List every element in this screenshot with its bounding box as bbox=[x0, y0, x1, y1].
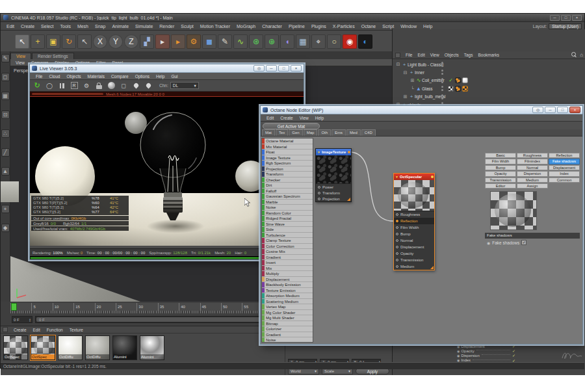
node-type-item[interactable]: Noise bbox=[262, 205, 313, 211]
collapse-icon[interactable]: ▼ bbox=[395, 175, 398, 179]
channel-dropdown[interactable]: DL ▾ bbox=[170, 82, 199, 89]
panel-icon[interactable] bbox=[3, 327, 8, 332]
make-editable-icon[interactable]: ✎ bbox=[1, 54, 10, 62]
render-picture-viewer-icon[interactable]: ▸ bbox=[171, 34, 185, 49]
pick-focus-pin-icon[interactable] bbox=[145, 83, 151, 89]
input-port-row[interactable]: Power bbox=[316, 184, 351, 190]
node-type-item[interactable]: Multiply bbox=[262, 271, 313, 277]
channel-button[interactable]: Displacement bbox=[549, 165, 580, 170]
node-editor-menu-item[interactable]: Help bbox=[312, 116, 327, 120]
port-dot[interactable] bbox=[396, 213, 398, 216]
menu-item[interactable]: Select bbox=[38, 24, 57, 29]
render-region-icon[interactable]: ◻ bbox=[120, 81, 127, 90]
check-icon[interactable]: ✓ bbox=[512, 353, 515, 358]
texture-mode-icon[interactable]: ▦ bbox=[1, 92, 10, 100]
maximize-button[interactable]: □ bbox=[557, 107, 568, 113]
input-port-row[interactable]: Transmission bbox=[394, 257, 434, 263]
input-port-row[interactable]: Displacement bbox=[394, 244, 434, 250]
port-dot[interactable] bbox=[396, 233, 398, 235]
input-port-row[interactable]: Film Width bbox=[394, 224, 434, 231]
edges-mode-icon[interactable]: ╱ bbox=[1, 148, 10, 157]
camera-object-icon[interactable]: ⌖ bbox=[311, 34, 326, 49]
node-type-item[interactable]: Noise bbox=[262, 337, 313, 343]
menu-item[interactable]: Tools bbox=[57, 24, 74, 29]
pause-render-icon[interactable] bbox=[58, 81, 66, 90]
refresh-render-icon[interactable]: ↻ bbox=[33, 81, 41, 90]
live-viewer-menu-item[interactable]: Compare bbox=[108, 74, 132, 79]
channel-button[interactable]: Bump bbox=[485, 165, 516, 170]
maximize-button[interactable]: □ bbox=[561, 15, 571, 21]
object-label[interactable]: Inner bbox=[415, 70, 424, 75]
input-port-row[interactable]: Roughness bbox=[394, 211, 434, 218]
get-active-mat-button[interactable]: Get Active Mat bbox=[263, 123, 320, 129]
expander-icon[interactable]: ⊞ bbox=[402, 94, 408, 99]
menu-item[interactable]: Mesh bbox=[74, 24, 92, 29]
expander-icon[interactable]: ⊟ bbox=[402, 70, 408, 75]
node-category-tab[interactable]: Tex bbox=[276, 129, 288, 136]
visibility-dots[interactable] bbox=[441, 77, 444, 84]
menu-item[interactable]: Motion Tracker bbox=[197, 24, 233, 29]
snap-mode-icon[interactable]: ◆ bbox=[1, 224, 10, 232]
visibility-dots[interactable] bbox=[441, 94, 444, 100]
tag-icon[interactable] bbox=[462, 77, 468, 83]
expander-icon[interactable]: └ bbox=[410, 86, 415, 91]
node-type-item[interactable]: Gradient bbox=[262, 332, 313, 338]
settings-gear-icon[interactable]: ⚙ bbox=[83, 81, 90, 90]
object-manager-menu-item[interactable]: View bbox=[428, 53, 442, 57]
menu-item[interactable]: Help bbox=[420, 24, 436, 29]
minimize-button[interactable]: ─ bbox=[550, 15, 560, 21]
viewport-menu-item[interactable]: View bbox=[12, 60, 28, 65]
lock-x-axis-icon[interactable]: X bbox=[93, 34, 107, 49]
points-mode-icon[interactable]: ∴ bbox=[1, 129, 10, 138]
material-thumbnail[interactable]: OctSpec bbox=[3, 335, 28, 360]
live-viewer-menu-item[interactable]: Cloud bbox=[46, 74, 63, 79]
node-type-item[interactable]: Vertex Map bbox=[262, 304, 313, 310]
node-type-item[interactable]: Rgb Spectrum bbox=[262, 161, 313, 166]
material-thumbnail[interactable]: OctSpec bbox=[31, 335, 55, 360]
tag-icon[interactable] bbox=[455, 77, 461, 83]
port-dot[interactable] bbox=[318, 198, 320, 200]
collapse-icon[interactable]: ▼ bbox=[317, 150, 320, 154]
model-mode-icon[interactable]: ◻ bbox=[1, 73, 10, 81]
channel-button[interactable]: Filmindex bbox=[517, 159, 548, 164]
material-menu-item[interactable]: Texture bbox=[66, 328, 86, 332]
object-manager-menu-item[interactable]: File bbox=[403, 53, 415, 57]
pin-window-button[interactable]: ◎ bbox=[254, 65, 265, 72]
coord-system-icon[interactable]: ▞ bbox=[140, 34, 154, 49]
node-type-item[interactable]: Random Color bbox=[262, 211, 313, 216]
node-type-item[interactable]: Checker bbox=[262, 177, 313, 183]
visibility-dots[interactable] bbox=[441, 61, 444, 68]
move-tool-icon[interactable]: + bbox=[31, 34, 45, 49]
output-port[interactable] bbox=[431, 176, 434, 178]
live-viewer-menu-item[interactable]: Objects bbox=[63, 74, 84, 79]
node-type-item[interactable]: Sine Wave bbox=[262, 222, 313, 228]
expander-icon[interactable]: ⊞ bbox=[410, 78, 415, 83]
node-type-item[interactable]: Invert bbox=[262, 260, 313, 266]
menu-item[interactable]: Render bbox=[156, 24, 177, 29]
node-editor-menu-item[interactable]: Create bbox=[277, 116, 296, 120]
lock-icon[interactable] bbox=[96, 85, 102, 89]
input-port-row[interactable]: Bump bbox=[394, 231, 434, 237]
rotate-tool-icon[interactable]: ↻ bbox=[62, 34, 76, 49]
node-type-item[interactable]: Bitmap bbox=[262, 321, 313, 327]
node-category-tab[interactable]: Mat bbox=[262, 129, 275, 136]
menu-item[interactable]: Plugins bbox=[308, 24, 330, 29]
menu-item[interactable]: Pipeline bbox=[285, 24, 308, 29]
object-manager-menu-item[interactable]: Bookmarks bbox=[475, 53, 502, 57]
port-dot[interactable] bbox=[396, 259, 398, 261]
node-type-item[interactable]: Mg Multi Shader bbox=[262, 315, 313, 321]
channel-button[interactable]: Fake shadows bbox=[549, 159, 580, 164]
attribute-row[interactable]: ◉ Displacement ✓ bbox=[457, 344, 515, 348]
menu-item[interactable]: Edit bbox=[3, 24, 18, 29]
live-viewer-menu-item[interactable]: Gui bbox=[168, 74, 181, 79]
node-type-item[interactable]: Falloff bbox=[262, 189, 313, 194]
tag-icon[interactable] bbox=[455, 86, 461, 92]
menu-item[interactable]: Octane bbox=[358, 24, 380, 29]
channel-button[interactable]: Transmission bbox=[485, 177, 516, 183]
channel-button[interactable]: Index bbox=[549, 171, 580, 176]
node-type-item[interactable]: Turbulence bbox=[262, 233, 313, 239]
pick-material-pin-icon[interactable] bbox=[133, 83, 139, 89]
channel-button[interactable]: Basic bbox=[485, 153, 516, 158]
port-dot[interactable] bbox=[318, 186, 320, 189]
object-manager-menu-item[interactable]: Edit bbox=[415, 53, 427, 57]
